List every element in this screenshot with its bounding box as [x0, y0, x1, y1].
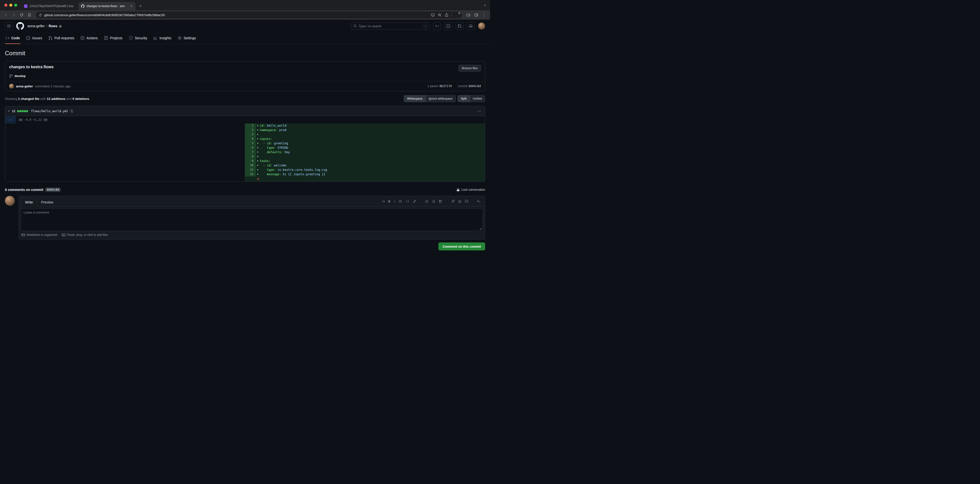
tab-settings[interactable]: Settings [175, 32, 199, 44]
new-tab-button[interactable]: + [137, 3, 144, 10]
copy-path-button[interactable] [70, 109, 74, 113]
global-nav-menu-button[interactable] [5, 22, 13, 30]
forward-button[interactable] [10, 11, 17, 18]
italic-icon[interactable]: I [394, 200, 395, 203]
wallet-icon [466, 13, 470, 17]
plus-icon: + [435, 24, 437, 28]
notifications-inbox-button[interactable] [467, 22, 475, 30]
diff-empty-cell [5, 146, 245, 150]
diff-row: 5+ - id: greeting [5, 141, 485, 146]
tab-issues[interactable]: Issues [24, 32, 45, 44]
tab-close-icon[interactable]: × [130, 5, 133, 8]
write-tab[interactable]: Write [21, 198, 37, 206]
link-icon[interactable] [413, 200, 416, 203]
diff-line-number[interactable]: 11 [245, 168, 256, 172]
diff-line-number[interactable]: 5 [245, 141, 256, 146]
copy-icon [70, 109, 74, 113]
saved-replies-icon[interactable] [477, 200, 480, 203]
bookmark-button[interactable] [26, 11, 33, 18]
repo-name-link[interactable]: flows [49, 24, 57, 28]
tab-projects[interactable]: Projects [102, 32, 125, 44]
attach-files-button[interactable]: Paste, drop, or click to add files [62, 233, 108, 237]
ignore-whitespace-button[interactable]: Ignore whitespace [426, 95, 456, 102]
composer-tabs: Write Preview H B I 123 @ [19, 196, 485, 206]
branch-name[interactable]: develop [14, 75, 25, 78]
user-avatar[interactable] [478, 22, 485, 29]
diff-line-number[interactable]: 3 [245, 132, 256, 137]
commit-page: Commit changes to kestra flows Browse fi… [0, 50, 490, 256]
repo-owner-link[interactable]: anna-geller [27, 24, 45, 28]
browser-tab-github[interactable]: changes to kestra flows · ann × [78, 2, 135, 10]
browser-tab-kestra[interactable]: 2X3x2TMqX5NfvFPDj4wd6f | Kes [22, 2, 78, 10]
brave-shields-icon[interactable]: 1 [455, 13, 459, 17]
diff-line-code: + [256, 154, 485, 159]
wallet-button[interactable] [465, 11, 472, 18]
diff-line-number[interactable]: 4 [245, 137, 256, 141]
share-icon[interactable] [445, 13, 449, 17]
issues-dashboard-button[interactable] [444, 22, 452, 30]
browser-menu-button[interactable]: ⋮ [480, 11, 488, 18]
tab-security[interactable]: Security [126, 32, 150, 44]
quote-icon[interactable] [398, 200, 402, 203]
sidebar-button[interactable] [473, 11, 480, 18]
author-avatar[interactable] [9, 84, 14, 89]
diff-line-number[interactable]: 6 [245, 146, 256, 150]
mention-icon[interactable]: @ [458, 200, 461, 203]
attachment-icon[interactable] [451, 200, 455, 203]
window-zoom-button[interactable] [14, 4, 17, 6]
expand-hunk-button[interactable]: ⋯ [5, 116, 16, 124]
diff-line-number[interactable]: 7 [245, 150, 256, 154]
hunk-range: @@ -0,0 +1,12 @@ [16, 116, 48, 124]
diff-line-number[interactable]: 2 [245, 128, 256, 132]
unordered-list-icon[interactable] [425, 200, 428, 203]
whitespace-button[interactable]: Whitespace [404, 95, 426, 102]
diff-row: 6+ type: STRING [5, 146, 485, 150]
bold-icon[interactable]: B [388, 200, 390, 203]
site-security-lock-icon[interactable] [39, 13, 42, 17]
diff-summary-text: Showing 1 changed file with 12 additions… [5, 97, 90, 101]
heading-icon[interactable]: H [382, 200, 385, 203]
window-minimize-button[interactable] [10, 4, 12, 6]
window-close-button[interactable] [5, 4, 7, 6]
task-list-icon[interactable] [439, 200, 442, 203]
diff-line-number[interactable]: 9 [245, 159, 256, 163]
comment-submit-button[interactable]: Comment on this commit [438, 243, 485, 250]
create-new-button[interactable]: + ▾ [433, 22, 441, 30]
zoom-out-icon[interactable] [438, 13, 442, 17]
diff-line-code: + defaults: hey [256, 150, 485, 154]
github-logo[interactable] [16, 22, 24, 30]
file-options-kebab-icon[interactable]: ⋯ [476, 109, 482, 113]
search-input[interactable]: Type / to search / [351, 22, 430, 30]
tab-code[interactable]: Code [3, 32, 22, 44]
comment-textarea[interactable] [21, 208, 483, 231]
cast-icon[interactable] [431, 13, 435, 17]
diff-line-number[interactable]: 12 [245, 172, 256, 176]
diff-line-number[interactable]: 1 [245, 124, 256, 128]
diff-line-code: + type: io.kestra.core.tasks.log.Log [256, 168, 485, 172]
tab-pull-requests[interactable]: Pull requests [46, 32, 76, 44]
diff-line-number[interactable]: 8 [245, 154, 256, 159]
unified-view-button[interactable]: Unified [470, 95, 485, 102]
markdown-supported-link[interactable]: Markdown is supported [21, 233, 57, 237]
resize-grip[interactable] [479, 227, 482, 230]
preview-tab[interactable]: Preview [37, 198, 57, 206]
lock-conversation-button[interactable]: Lock conversation [457, 188, 485, 192]
ordered-list-icon[interactable]: 123 [432, 200, 436, 203]
collapse-file-chevron-icon[interactable]: ▾ [8, 109, 10, 113]
address-bar[interactable]: github.com/anna-geller/flows/commit/b604… [36, 11, 462, 18]
author-login[interactable]: anna-geller [16, 84, 33, 88]
code-icon[interactable] [406, 200, 409, 203]
split-view-button[interactable]: Split [458, 95, 469, 102]
parent-sha-link[interactable]: 8b37170 [439, 84, 452, 88]
reload-button[interactable] [18, 11, 25, 18]
cross-reference-icon[interactable] [465, 200, 468, 203]
url-text[interactable]: github.com/anna-geller/flows/commit/b604… [44, 13, 429, 17]
browse-files-button[interactable]: Browse files [458, 65, 481, 71]
tab-insights[interactable]: Insights [151, 32, 173, 44]
diff-line-number[interactable]: 10 [245, 163, 256, 168]
pull-requests-dashboard-button[interactable] [456, 22, 463, 30]
back-button[interactable] [2, 11, 10, 18]
tab-search-chevron-icon[interactable]: ▾ [484, 0, 487, 10]
tab-actions[interactable]: Actions [78, 32, 100, 44]
diffstat-blocks [17, 110, 28, 112]
